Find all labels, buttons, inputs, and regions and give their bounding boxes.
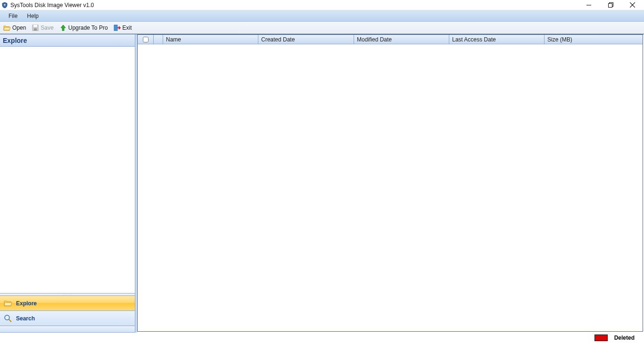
svg-rect-2: [608, 4, 612, 8]
app-icon: [1, 1, 8, 9]
svg-rect-8: [114, 25, 117, 31]
column-modified-date[interactable]: Modified Date: [354, 35, 449, 44]
menu-file[interactable]: File: [4, 10, 22, 21]
column-last-access-date[interactable]: Last Access Date: [449, 35, 545, 44]
svg-rect-6: [33, 25, 37, 27]
right-panel: Name Created Date Modified Date Last Acc…: [137, 34, 643, 332]
maximize-button[interactable]: [600, 0, 621, 10]
nav-tail: [0, 326, 135, 333]
upgrade-button[interactable]: Upgrade To Pro: [58, 23, 109, 33]
select-all-checkbox[interactable]: [143, 37, 149, 42]
save-label: Save: [41, 24, 53, 31]
svg-line-10: [9, 319, 11, 322]
explore-header: Explore: [0, 34, 135, 47]
open-button[interactable]: Open: [2, 23, 27, 33]
folder-open-icon: [3, 24, 11, 32]
table-header: Name Created Date Modified Date Last Acc…: [138, 35, 643, 44]
status-bar: Deleted: [0, 333, 644, 343]
exit-icon: [114, 24, 121, 32]
legend-swatch-deleted: [594, 335, 608, 341]
close-button[interactable]: [621, 0, 643, 10]
column-size[interactable]: Size (MB): [545, 35, 643, 44]
nav-explore-label: Explore: [16, 300, 37, 307]
menu-bar: File Help: [0, 10, 644, 22]
column-icon-gap: [154, 35, 163, 44]
table-body[interactable]: [138, 44, 643, 331]
arrow-up-icon: [59, 24, 67, 32]
nav-search-label: Search: [16, 315, 35, 322]
main-body: Explore ······ Explore Search: [0, 34, 644, 333]
open-label: Open: [12, 24, 26, 31]
window-title: SysTools Disk Image Viewer v1.0: [10, 2, 578, 8]
minimize-button[interactable]: [578, 0, 600, 10]
title-bar: SysTools Disk Image Viewer v1.0: [0, 0, 644, 10]
folder-tree-icon: [4, 299, 12, 308]
left-panel: Explore ······ Explore Search: [0, 34, 135, 333]
upgrade-label: Upgrade To Pro: [68, 24, 108, 31]
legend-label-deleted: Deleted: [614, 335, 635, 341]
save-button: Save: [30, 23, 55, 33]
nav-explore[interactable]: Explore: [0, 296, 135, 311]
column-name[interactable]: Name: [163, 35, 258, 44]
column-checkbox[interactable]: [138, 35, 154, 44]
tree-view[interactable]: [0, 47, 135, 293]
toolbar: Open Save Upgrade To Pro Exit: [0, 22, 644, 34]
exit-label: Exit: [123, 24, 132, 31]
nav-search[interactable]: Search: [0, 311, 135, 326]
magnifier-icon: [4, 314, 12, 323]
exit-button[interactable]: Exit: [112, 23, 133, 33]
window-controls: [578, 0, 643, 10]
floppy-disk-icon: [32, 24, 39, 32]
column-created-date[interactable]: Created Date: [258, 35, 354, 44]
svg-point-9: [5, 315, 9, 320]
svg-rect-7: [34, 28, 37, 31]
menu-help[interactable]: Help: [22, 10, 43, 21]
